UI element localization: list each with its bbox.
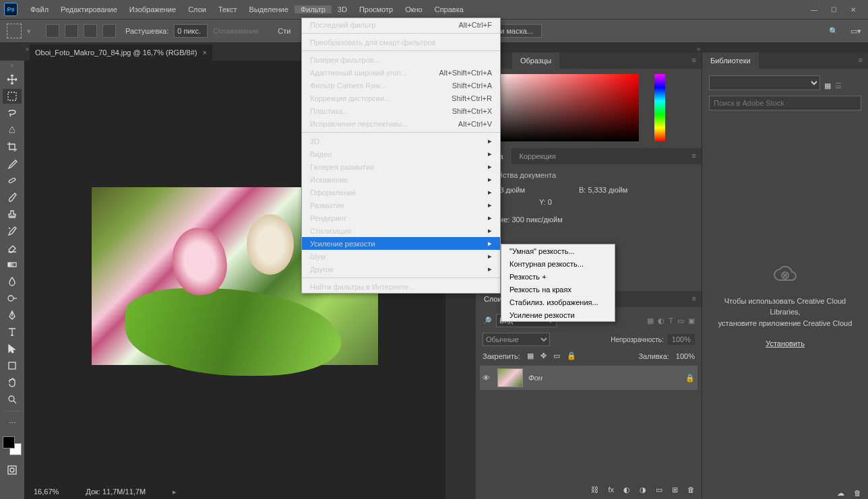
panel-menu-icon[interactable]: ≡	[853, 53, 868, 69]
menu-sub-4[interactable]: Оформление▸	[302, 186, 500, 199]
menu-3d[interactable]: 3D	[332, 5, 353, 13]
sharpen-item-5[interactable]: Усиление резкости	[501, 308, 615, 321]
menu-справка[interactable]: Справка	[429, 5, 470, 13]
sharpen-item-3[interactable]: Резкость на краях	[501, 283, 615, 296]
lock-position-icon[interactable]: ✥	[540, 352, 547, 360]
stamp-tool[interactable]	[3, 207, 22, 222]
brush-tool[interactable]	[3, 190, 22, 205]
fill-value[interactable]: 100%	[676, 352, 695, 360]
panel-menu-icon[interactable]: ≡	[687, 148, 702, 164]
zoom-tool[interactable]	[3, 392, 22, 407]
menu-sub-2[interactable]: Галерея размытия▸	[302, 160, 500, 173]
link-layers-icon[interactable]: ⛓	[591, 486, 598, 494]
menu-sub-3[interactable]: Искажение▸	[302, 173, 500, 186]
type-tool[interactable]	[3, 325, 22, 339]
marquee-preview-icon[interactable]	[7, 24, 22, 38]
quick-select-tool[interactable]	[3, 123, 22, 137]
tab-collapse-icon[interactable]: »	[697, 46, 700, 53]
adjustment-icon[interactable]: ◑	[640, 486, 646, 494]
opacity-value[interactable]: 100%	[668, 334, 695, 345]
menu-sub-1[interactable]: Видео▸	[302, 147, 500, 160]
close-icon[interactable]: ✕	[850, 6, 856, 13]
menu-filter-gallery[interactable]: Галерея фильтров...	[302, 53, 500, 66]
menu-lens-correction[interactable]: Коррекция дисторсии...Shift+Ctrl+R	[302, 92, 500, 104]
lasso-tool[interactable]	[3, 106, 22, 121]
menu-last-filter[interactable]: Последний фильтрAlt+Ctrl+F	[302, 18, 500, 31]
lock-pixels-icon[interactable]: ▦	[527, 352, 534, 360]
minimize-icon[interactable]: —	[811, 6, 817, 13]
panel-menu-icon[interactable]: ≡	[687, 291, 702, 307]
heal-tool[interactable]	[3, 173, 22, 188]
mask-icon[interactable]: ◐	[623, 486, 630, 494]
filter-type-icon[interactable]: T	[669, 317, 673, 325]
selection-intersect-icon[interactable]	[102, 24, 116, 38]
menu-sub-7[interactable]: Стилизация▸	[302, 224, 500, 237]
color-picker[interactable]	[476, 69, 702, 148]
shape-tool[interactable]	[3, 358, 22, 373]
menu-окно[interactable]: Окно	[399, 5, 429, 13]
crop-tool[interactable]	[3, 139, 22, 154]
move-tool[interactable]	[3, 72, 22, 87]
menu-файл[interactable]: Файл	[24, 5, 55, 13]
selection-new-icon[interactable]	[46, 24, 59, 38]
selection-add-icon[interactable]	[65, 24, 78, 38]
tab-correction[interactable]: Коррекция	[512, 148, 564, 164]
fx-icon[interactable]: fx	[608, 486, 614, 494]
marquee-tool[interactable]	[3, 89, 22, 104]
quickmask-icon[interactable]	[3, 463, 22, 477]
menu-sub-8[interactable]: Усиление резкости▸	[302, 237, 500, 250]
pen-tool[interactable]	[3, 308, 22, 323]
menu-текст[interactable]: Текст	[212, 5, 243, 13]
delete-icon[interactable]: 🗑	[687, 486, 695, 494]
menu-find-filters[interactable]: Найти фильтры в Интернете...	[302, 280, 500, 293]
tab-close-icon[interactable]: ×	[202, 48, 206, 57]
layer-row[interactable]: 👁 Фон 🔒	[480, 366, 698, 390]
eraser-tool[interactable]	[3, 240, 22, 255]
visibility-icon[interactable]: 👁	[483, 374, 492, 382]
sharpen-item-4[interactable]: Стабилиз. изображения...	[501, 296, 615, 308]
sharpen-item-0[interactable]: "Умная" резкость...	[501, 244, 615, 257]
menu-sub-9[interactable]: Шум▸	[302, 250, 500, 263]
document-tab[interactable]: Oboi_Foto_Makro_70_84.jpg @ 16,7% (RGB/8…	[30, 44, 212, 61]
maximize-icon[interactable]: ☐	[831, 6, 837, 13]
zoom-level[interactable]: 16,67%	[34, 488, 59, 496]
gradient-tool[interactable]	[3, 257, 22, 272]
library-select[interactable]	[709, 75, 820, 90]
sharpen-item-2[interactable]: Резкость +	[501, 270, 615, 283]
menu-изображение[interactable]: Изображение	[123, 5, 182, 13]
menu-camera-raw[interactable]: Фильтр Camera Raw...Shift+Ctrl+A	[302, 79, 500, 92]
lock-artboard-icon[interactable]: ▭	[553, 352, 560, 360]
group-icon[interactable]: ▭	[656, 486, 662, 494]
tab-libraries[interactable]: Библиотеки	[702, 53, 759, 69]
stock-search-input[interactable]	[709, 96, 861, 110]
menu-sub-0[interactable]: 3D▸	[302, 135, 500, 147]
selection-subtract-icon[interactable]	[84, 24, 97, 38]
sharpen-item-1[interactable]: Контурная резкость...	[501, 257, 615, 270]
menu-vanishing-point[interactable]: Исправление перспективы...Alt+Ctrl+V	[302, 117, 500, 130]
grid-view-icon[interactable]: ▦	[824, 81, 831, 90]
list-view-icon[interactable]: ☰	[835, 81, 842, 90]
menu-фильтр[interactable]: Фильтр	[294, 5, 332, 13]
hand-tool[interactable]	[3, 375, 22, 390]
menu-слои[interactable]: Слои	[182, 5, 212, 13]
filter-smart-icon[interactable]: ▣	[688, 317, 695, 325]
workspace-icon[interactable]: ▭▾	[850, 27, 861, 36]
menu-wide-angle[interactable]: Адаптивный широкий угол...Alt+Shift+Ctrl…	[302, 66, 500, 79]
menu-sub-10[interactable]: Другое▸	[302, 263, 500, 275]
new-layer-icon[interactable]: ⊞	[672, 486, 678, 494]
filter-shape-icon[interactable]: ▭	[677, 317, 684, 325]
menu-liquify[interactable]: Пластика...Shift+Ctrl+X	[302, 104, 500, 117]
menu-smart-filter[interactable]: Преобразовать для смарт-фильтров	[302, 36, 500, 48]
menu-редактирование[interactable]: Редактирование	[55, 5, 123, 13]
filter-adjust-icon[interactable]: ◐	[658, 317, 664, 325]
blend-mode-select[interactable]: Обычные	[483, 333, 550, 346]
lib-delete-icon[interactable]: 🗑	[854, 489, 861, 498]
lib-cloud-icon[interactable]: ☁	[837, 489, 844, 498]
panel-menu-icon[interactable]: ≡	[687, 53, 702, 69]
menu-sub-5[interactable]: Размытие▸	[302, 199, 500, 211]
filter-image-icon[interactable]: ▦	[647, 317, 654, 325]
layer-thumbnail[interactable]	[497, 368, 523, 387]
path-select-tool[interactable]	[3, 341, 22, 356]
menu-просмотр[interactable]: Просмотр	[353, 5, 399, 13]
toolbar-expand-icon[interactable]: »	[10, 62, 13, 69]
